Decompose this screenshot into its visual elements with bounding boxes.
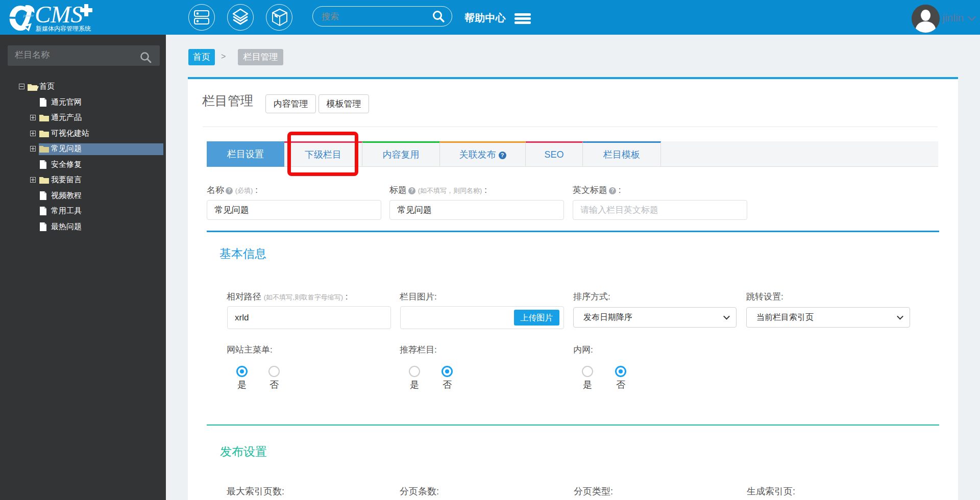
- svg-text:CMS: CMS: [35, 1, 83, 28]
- svg-text:power: power: [23, 13, 34, 18]
- svg-text:新媒体内容管理系统: 新媒体内容管理系统: [36, 25, 91, 32]
